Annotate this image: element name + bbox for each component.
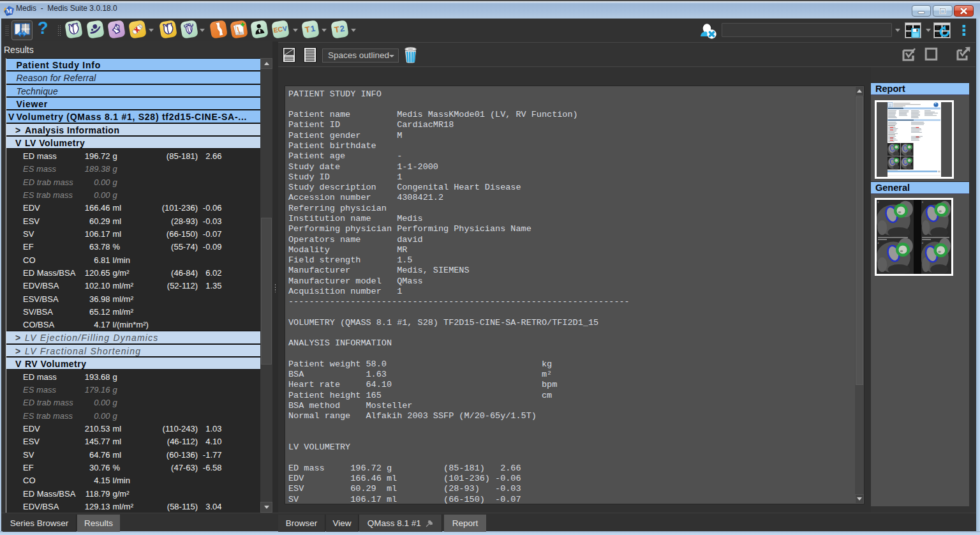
svg-text:1: 1: [310, 24, 316, 34]
svg-text:4: 4: [922, 201, 923, 204]
svg-text:M: M: [6, 8, 13, 15]
svg-text:V: V: [282, 24, 288, 33]
svg-text:4: 4: [878, 242, 879, 245]
svg-text:4: 4: [878, 201, 879, 204]
svg-text:2: 2: [339, 24, 345, 34]
svg-text:4: 4: [922, 242, 923, 245]
